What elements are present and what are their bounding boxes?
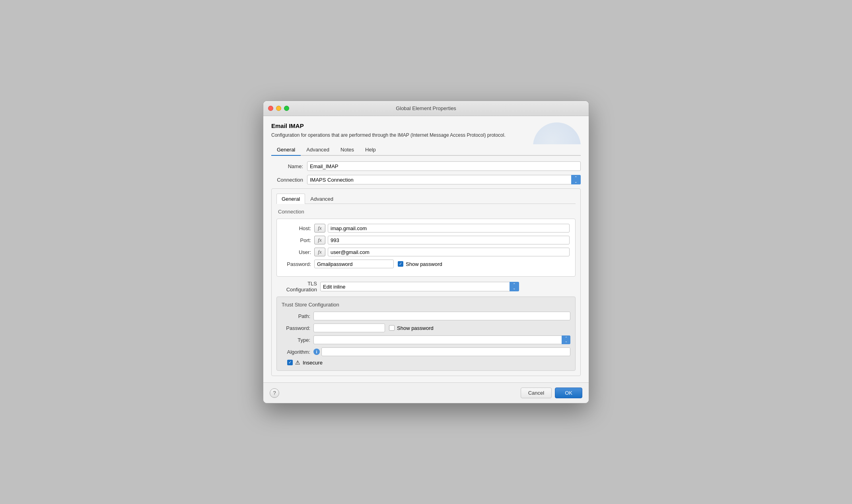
dialog-header: Email IMAP Configuration for operations … <box>271 122 581 144</box>
ts-algorithm-label: Algorithm: <box>282 349 313 355</box>
ts-show-password-label: Show password <box>397 325 434 331</box>
ts-path-row: Path: <box>282 312 570 320</box>
host-fx-button[interactable]: fx <box>314 224 325 233</box>
user-fx-button[interactable]: fx <box>314 248 325 256</box>
insecure-checkbox[interactable] <box>287 360 293 365</box>
ts-type-row: Type: <box>282 335 570 344</box>
trust-store-panel: Trust Store Configuration Path: Password… <box>276 297 576 371</box>
tls-select[interactable]: Edit inline <box>320 282 519 291</box>
tab-help[interactable]: Help <box>360 144 381 156</box>
top-tabs: General Advanced Notes Help <box>271 144 581 156</box>
footer-buttons: Cancel OK <box>521 388 582 398</box>
maximize-button[interactable] <box>284 106 289 111</box>
insecure-row: ⚠ Insecure <box>287 359 570 366</box>
dialog-description: Configuration for operations that are pe… <box>271 132 529 139</box>
inner-panel: General Advanced Connection Host: fx Por… <box>271 188 581 376</box>
ts-show-password-checkbox[interactable] <box>389 325 395 331</box>
inner-tabs: General Advanced <box>276 194 576 204</box>
host-label: Host: <box>282 225 314 231</box>
password-row: Password: Show password <box>282 260 570 268</box>
dialog-title: Email IMAP <box>271 122 529 129</box>
window-content: Email IMAP Configuration for operations … <box>263 116 589 382</box>
user-label: User: <box>282 249 314 255</box>
host-input[interactable] <box>328 224 570 233</box>
user-row: User: fx <box>282 248 570 256</box>
port-input[interactable] <box>328 236 570 244</box>
ok-button[interactable]: OK <box>555 388 582 398</box>
connection-label: Connection <box>271 177 307 183</box>
connection-select-wrapper: IMAPS Connection <box>307 175 581 184</box>
show-password-wrapper: Show password <box>398 261 442 267</box>
connection-select[interactable]: IMAPS Connection <box>307 175 581 184</box>
port-fx-icon: fx <box>318 237 321 243</box>
inner-tab-general[interactable]: General <box>276 194 305 204</box>
show-password-label: Show password <box>406 261 442 267</box>
warning-icon: ⚠ <box>295 359 300 366</box>
ts-password-row: Password: Show password <box>282 324 570 332</box>
titlebar: Global Element Properties <box>263 101 589 116</box>
tab-advanced[interactable]: Advanced <box>301 144 335 156</box>
tls-label: TLS Configuration <box>276 281 320 293</box>
tab-general[interactable]: General <box>271 144 301 156</box>
ts-algorithm-input[interactable] <box>321 347 570 356</box>
decorative-circle <box>533 122 581 144</box>
password-input[interactable] <box>314 260 394 268</box>
name-row: Name: <box>271 161 581 171</box>
inner-tab-advanced[interactable]: Advanced <box>305 194 338 204</box>
ts-path-input[interactable] <box>313 312 570 320</box>
user-fx-icon: fx <box>318 249 321 255</box>
help-button[interactable]: ? <box>270 388 279 398</box>
tls-row: TLS Configuration Edit inline <box>276 281 576 293</box>
insecure-label: Insecure <box>303 360 323 366</box>
port-label: Port: <box>282 237 314 243</box>
ts-algorithm-row: Algorithm: i <box>282 347 570 356</box>
main-window: Global Element Properties Email IMAP Con… <box>263 101 589 403</box>
show-password-checkbox[interactable] <box>398 261 403 267</box>
port-fx-button[interactable]: fx <box>314 236 325 244</box>
connection-section-title: Connection <box>276 209 576 215</box>
cancel-button[interactable]: Cancel <box>521 388 552 398</box>
connection-fields: Host: fx Port: fx User: fx <box>276 219 576 277</box>
ts-path-label: Path: <box>282 313 313 319</box>
ts-password-input[interactable] <box>313 324 385 332</box>
algorithm-info-icon: i <box>313 349 320 355</box>
window-title: Global Element Properties <box>396 105 456 111</box>
port-row: Port: fx <box>282 236 570 244</box>
connection-row: Connection IMAPS Connection <box>271 175 581 184</box>
ts-show-password-wrapper: Show password <box>389 325 434 331</box>
ts-type-select[interactable] <box>313 335 570 344</box>
password-label: Password: <box>282 261 314 267</box>
minimize-button[interactable] <box>276 106 281 111</box>
name-label: Name: <box>271 163 307 169</box>
ts-type-select-wrapper <box>313 335 570 344</box>
traffic-lights <box>268 106 289 111</box>
user-input[interactable] <box>328 248 570 256</box>
host-row: Host: fx <box>282 224 570 233</box>
host-fx-icon: fx <box>318 225 321 231</box>
tls-select-wrapper: Edit inline <box>320 282 519 291</box>
dialog-footer: ? Cancel OK <box>263 382 589 403</box>
tab-notes[interactable]: Notes <box>335 144 360 156</box>
close-button[interactable] <box>268 106 273 111</box>
ts-password-label: Password: <box>282 325 313 331</box>
name-input[interactable] <box>307 161 581 171</box>
trust-store-title: Trust Store Configuration <box>282 302 570 308</box>
ts-type-label: Type: <box>282 337 313 343</box>
